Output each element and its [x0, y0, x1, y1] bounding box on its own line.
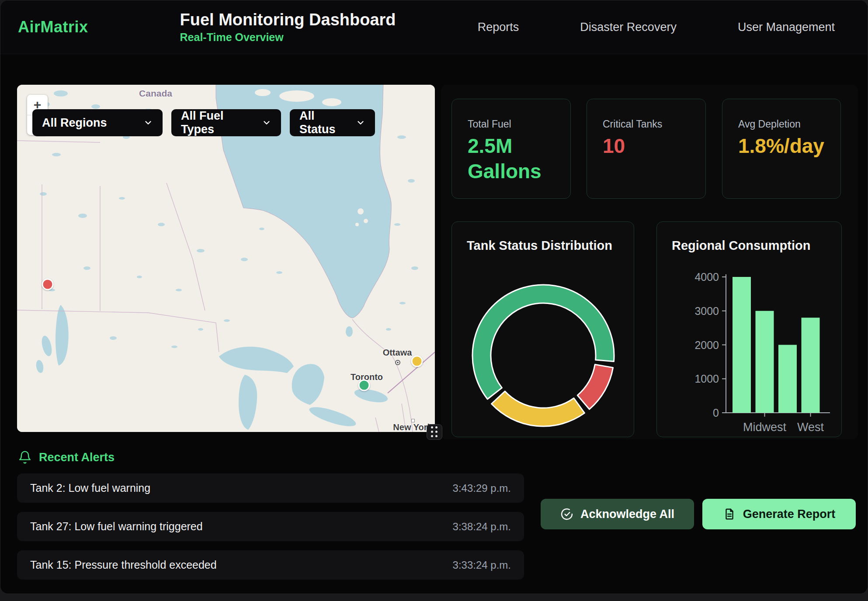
alerts-header: Recent Alerts	[18, 450, 115, 464]
status-filter-label: All Status	[299, 109, 344, 136]
nav-user-management[interactable]: User Management	[738, 21, 835, 34]
region-filter-label: All Regions	[42, 116, 107, 130]
bell-icon	[18, 450, 32, 464]
header: AirMatrix Fuel Monitoring Dashboard Real…	[0, 0, 868, 54]
stat-card-total-fuel: Total Fuel 2.5M Gallons	[451, 99, 571, 199]
alert-row[interactable]: Tank 2: Low fuel warning 3:43:29 p.m.	[17, 473, 524, 503]
main-nav: Reports Disaster Recovery User Managemen…	[478, 21, 868, 34]
map-label-canada: Canada	[139, 88, 172, 99]
svg-text:3000: 3000	[694, 305, 719, 317]
regional-consumption-chart-card: Regional Consumption 01000200030004000Mi…	[656, 221, 842, 437]
check-circle-icon	[560, 508, 573, 521]
map-filters: All Regions All Fuel Types All Status	[32, 109, 375, 136]
svg-text:1000: 1000	[694, 373, 719, 385]
stat-card-avg-depletion: Avg Depletion 1.8%/​day	[722, 99, 841, 199]
tank-status-chart-card: Tank Status Distribution	[451, 221, 634, 437]
fuel-type-filter-label: All Fuel Types	[181, 109, 250, 136]
page-subtitle: Real-Time Overview	[180, 31, 396, 44]
chevron-down-icon	[356, 118, 365, 128]
stat-value: 2.5M Gallons	[468, 134, 557, 184]
stat-label: Critical Tanks	[603, 118, 705, 130]
stat-value: 1.8%/​day	[738, 134, 827, 159]
brand-logo: AirMatrix	[18, 18, 88, 36]
svg-text:4000: 4000	[694, 271, 719, 283]
fuel-type-filter-select[interactable]: All Fuel Types	[171, 109, 281, 136]
tank-marker-warning[interactable]	[411, 356, 423, 367]
nav-disaster-recovery[interactable]: Disaster Recovery	[580, 21, 677, 34]
svg-text:West: West	[797, 421, 824, 434]
alert-row[interactable]: Tank 27: Low fuel warning triggered 3:38…	[17, 512, 524, 541]
region-filter-select[interactable]: All Regions	[32, 109, 163, 136]
map-label-ottawa: Ottawa	[383, 348, 412, 358]
generate-report-label: Generate Report	[743, 508, 836, 521]
acknowledge-all-label: Acknowledge All	[580, 508, 674, 521]
alert-timestamp: 3:38:24 p.m.	[453, 521, 511, 533]
generate-report-button[interactable]: Generate Report	[702, 499, 856, 529]
stat-card-critical-tanks: Critical Tanks 10	[587, 99, 706, 199]
stat-value: 10	[603, 134, 692, 159]
map-resize-handle[interactable]	[427, 424, 442, 440]
alert-message: Tank 2: Low fuel warning	[30, 482, 150, 494]
page-title: Fuel Monitoring Dashboard	[180, 10, 396, 30]
fuel-map[interactable]: + − All Regions All Fuel Types All Statu…	[17, 85, 435, 432]
nav-reports[interactable]: Reports	[478, 21, 519, 34]
svg-text:2000: 2000	[694, 339, 719, 351]
tank-marker-normal[interactable]	[358, 380, 370, 391]
stat-label: Total Fuel	[468, 118, 570, 130]
ottawa-town-icon	[395, 360, 400, 365]
alerts-title: Recent Alerts	[39, 451, 115, 464]
chevron-down-icon	[143, 118, 153, 128]
svg-text:0: 0	[713, 407, 719, 419]
alert-message: Tank 27: Low fuel warning triggered	[30, 520, 203, 533]
acknowledge-all-button[interactable]: Acknowledge All	[541, 499, 694, 529]
status-filter-select[interactable]: All Status	[290, 109, 375, 136]
tank-status-doughnut-chart	[452, 222, 635, 438]
chevron-down-icon	[262, 118, 271, 128]
dashboard-app: AirMatrix Fuel Monitoring Dashboard Real…	[0, 0, 868, 594]
svg-text:Midwest: Midwest	[743, 421, 787, 434]
alert-row[interactable]: Tank 15: Pressure threshold exceeded 3:3…	[17, 550, 524, 580]
alert-timestamp: 3:33:24 p.m.	[453, 559, 511, 571]
regional-consumption-bar-chart: 01000200030004000MidwestWest	[657, 222, 842, 438]
alert-timestamp: 3:43:29 p.m.	[453, 482, 511, 494]
title-block: Fuel Monitoring Dashboard Real-Time Over…	[180, 10, 396, 44]
stat-label: Avg Depletion	[738, 118, 840, 130]
alert-message: Tank 15: Pressure threshold exceeded	[30, 559, 217, 571]
tank-marker-critical[interactable]	[42, 279, 54, 290]
document-icon	[723, 508, 736, 521]
